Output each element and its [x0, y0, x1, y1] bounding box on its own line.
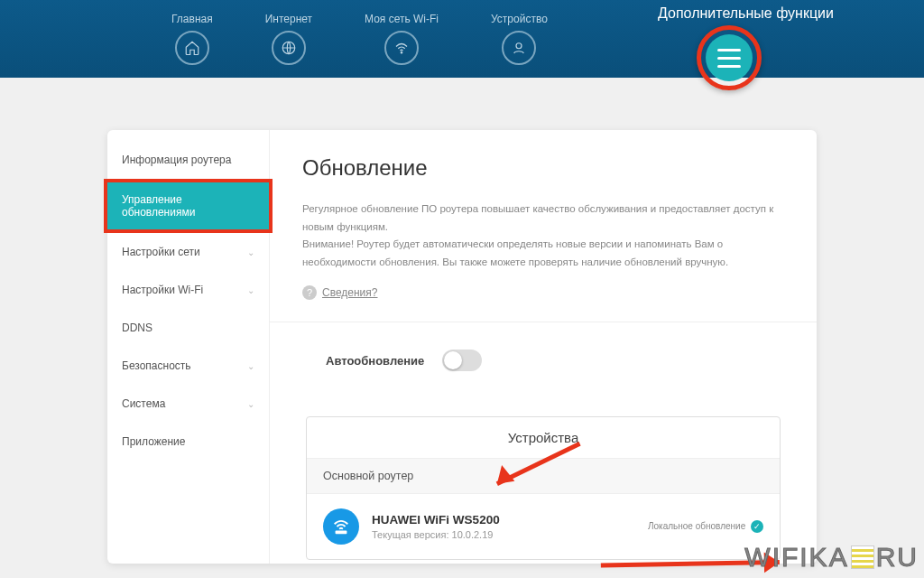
check-icon: ✓	[751, 520, 763, 533]
local-update-button[interactable]: Локальное обновление ✓	[648, 520, 763, 533]
nav-extra-label: Дополнительные функции	[658, 5, 834, 22]
main-panel: Обновление Регулярное обновление ПО роут…	[270, 130, 817, 564]
devices-panel: Устройства Основной роутер HUAWEI WiFi W…	[306, 416, 781, 560]
svg-point-2	[516, 43, 522, 49]
wifi-icon	[384, 31, 419, 65]
sidebar-item-router-info[interactable]: Информация роутера	[107, 141, 269, 179]
sidebar-item-label: Система	[122, 397, 165, 410]
content-card: Информация роутера Управление обновления…	[107, 130, 817, 564]
qr-icon	[851, 545, 874, 569]
sidebar-item-label: Настройки Wi-Fi	[122, 284, 203, 296]
nav-internet[interactable]: Интернет	[265, 13, 312, 65]
help-icon: ?	[302, 285, 317, 300]
router-icon	[323, 508, 359, 545]
sidebar-item-app[interactable]: Приложение	[107, 423, 269, 461]
device-name: HUAWEI WiFi WS5200	[372, 513, 500, 527]
details-link[interactable]: ? Сведения?	[302, 285, 784, 300]
nav-device-label: Устройство	[491, 13, 548, 25]
home-icon	[175, 31, 209, 65]
devices-subheader: Основной роутер	[307, 459, 780, 494]
auto-update-row: Автообновление	[302, 350, 784, 371]
sidebar-item-label: Приложение	[122, 435, 185, 448]
sidebar-item-label: Безопасность	[122, 359, 191, 372]
sidebar-item-label: Настройки сети	[122, 246, 200, 258]
hamburger-icon	[717, 49, 741, 51]
nav-extra-highlight	[697, 25, 762, 90]
sidebar-item-label: DDNS	[122, 322, 152, 334]
globe-icon	[272, 31, 306, 65]
sidebar-item-label: Управление обновлениями	[122, 193, 254, 219]
devices-title: Устройства	[307, 417, 780, 459]
topnav: Главная Интернет Моя сеть Wi-Fi Устройст…	[0, 0, 924, 78]
page-title: Обновление	[302, 155, 784, 181]
device-info: HUAWEI WiFi WS5200 Текущая версия: 10.0.…	[372, 513, 500, 540]
user-icon	[502, 31, 536, 65]
chevron-down-icon: ⌄	[247, 399, 254, 409]
device-version: Текущая версия: 10.0.2.19	[372, 529, 500, 540]
sidebar-item-network[interactable]: Настройки сети ⌄	[107, 233, 269, 271]
watermark: WIFIKA RU	[744, 542, 919, 573]
desc-line-1: Регулярное обновление ПО роутера повышае…	[302, 200, 784, 236]
nav-home-label: Главная	[171, 13, 213, 25]
local-update-label: Локальное обновление	[648, 521, 745, 531]
sidebar-item-ddns[interactable]: DDNS	[107, 309, 269, 347]
toggle-knob	[444, 351, 462, 369]
chevron-down-icon: ⌄	[247, 247, 254, 257]
nav-wifi-label: Моя сеть Wi-Fi	[365, 13, 439, 25]
svg-point-1	[401, 52, 402, 54]
sidebar-item-wifi[interactable]: Настройки Wi-Fi ⌄	[107, 271, 269, 309]
sidebar: Информация роутера Управление обновления…	[107, 130, 270, 564]
sidebar-item-system[interactable]: Система ⌄	[107, 385, 269, 423]
nav-home[interactable]: Главная	[171, 13, 213, 65]
auto-update-label: Автообновление	[326, 354, 424, 368]
sidebar-item-label: Информация роутера	[122, 154, 231, 166]
sidebar-item-update-mgmt[interactable]: Управление обновлениями	[104, 179, 273, 233]
chevron-down-icon: ⌄	[247, 361, 254, 371]
nav-wifi[interactable]: Моя сеть Wi-Fi	[365, 13, 439, 65]
device-row: HUAWEI WiFi WS5200 Текущая версия: 10.0.…	[307, 494, 780, 559]
chevron-down-icon: ⌄	[247, 285, 254, 295]
desc-line-2: Внимание! Роутер будет автоматически опр…	[302, 236, 784, 271]
divider	[270, 322, 817, 322]
sidebar-item-security[interactable]: Безопасность ⌄	[107, 347, 269, 385]
nav-internet-label: Интернет	[265, 13, 312, 25]
hamburger-button[interactable]	[706, 34, 753, 81]
svg-rect-3	[336, 531, 347, 535]
details-link-label: Сведения?	[322, 286, 378, 299]
nav-device[interactable]: Устройство	[491, 13, 548, 65]
auto-update-toggle[interactable]	[442, 350, 482, 371]
